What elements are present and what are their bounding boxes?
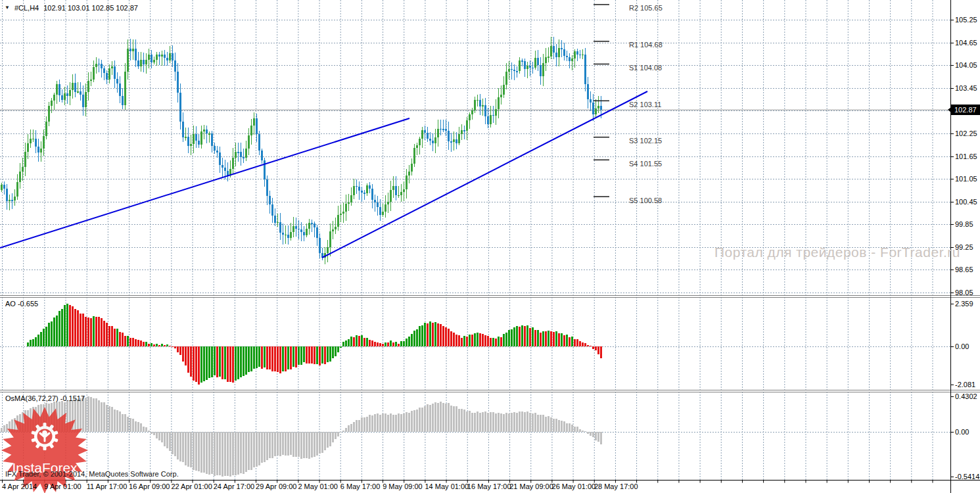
time-axis-label: 22 Apr 01:00 — [171, 482, 212, 490]
osma-indicator-label: OsMA(36,72,27) -0.1517 — [5, 394, 85, 402]
symbol-dropdown-icon[interactable]: ▼ — [5, 5, 10, 11]
time-axis-label: 16 May 17:00 — [467, 482, 511, 490]
trendline[interactable] — [0, 118, 409, 248]
time-axis-label: 29 Apr 09:00 — [256, 482, 296, 490]
time-axis[interactable]: 4 Apr 20149 Apr 01:0011 Apr 17:0016 Apr … — [0, 482, 950, 493]
time-axis-label: 16 Apr 09:00 — [129, 482, 170, 490]
time-axis-label: 6 May 17:00 — [340, 482, 381, 490]
ao-indicator-label: AO -0.655 — [5, 300, 38, 308]
axis-tick-label: 99.85 — [955, 220, 973, 228]
axis-tick-label: 99.25 — [955, 243, 973, 251]
pivot-label: R1 104.68 — [629, 41, 663, 49]
axis-tick-label: 102.25 — [955, 129, 977, 137]
pivot-label: S1 104.08 — [629, 64, 662, 72]
fortrader-watermark: Портал для трейдеров - ForTrader.ru — [714, 245, 960, 260]
time-axis-label: 14 May 01:00 — [425, 482, 469, 490]
pivot-label: S5 100.58 — [629, 197, 662, 204]
time-axis-label: 21 May 09:00 — [509, 482, 553, 490]
pivot-levels — [594, 5, 609, 197]
time-axis-label: 9 Apr 01:00 — [44, 482, 81, 490]
axis-tick-label: 0.00 — [955, 428, 969, 436]
ao-histogram — [27, 304, 602, 385]
axis-tick-label: 101.05 — [955, 175, 977, 183]
pivot-label: S2 103.11 — [629, 101, 661, 108]
axis-tick-label: -0.5414 — [955, 473, 979, 481]
osma-histogram — [1, 396, 602, 477]
axis-tick-label: 98.65 — [955, 266, 973, 273]
axis-tick-label: -2.081 — [955, 381, 975, 388]
mt4-chart-window: ▼ #CL,H4 102.91 103.01 102.85 102.87 AO … — [0, 0, 980, 493]
gridlines — [0, 0, 950, 480]
time-axis-label: 28 May 17:00 — [594, 482, 638, 490]
time-axis-label: 4 Apr 2014 — [2, 482, 37, 490]
pivot-label: S4 101.55 — [629, 160, 662, 168]
axis-tick-label: 105.25 — [955, 16, 977, 24]
time-axis-label: 11 Apr 17:00 — [87, 482, 128, 490]
axis-tick-label: 104.65 — [955, 39, 977, 47]
axis-tick-label: 101.65 — [955, 153, 977, 160]
current-price-badge: 102.87 — [951, 105, 980, 115]
pivot-label: S3 102.15 — [629, 137, 662, 145]
axis-tick-label: 98.05 — [955, 289, 973, 296]
pivot-label: R2 105.65 — [629, 4, 663, 12]
axis-tick-label: 0.4302 — [955, 392, 977, 400]
symbol-period-label: #CL,H4 — [14, 4, 39, 12]
axis-tick-label: 0.00 — [955, 342, 969, 350]
axis-tick-label: 103.45 — [955, 84, 977, 92]
time-axis-label: 9 May 09:00 — [383, 482, 423, 490]
time-axis-label: 24 Apr 17:00 — [214, 482, 254, 490]
copyright-label: IFX Trader, © 2001-2014, MetaQuotes Soft… — [5, 470, 179, 478]
axis-tick-label: 100.45 — [955, 198, 977, 206]
time-axis-label: 26 May 01:00 — [552, 482, 596, 490]
axis-tick-label: 2.359 — [955, 300, 973, 308]
candles-layer — [1, 37, 602, 264]
time-axis-label: 2 May 01:00 — [298, 482, 338, 490]
chart-header: ▼ #CL,H4 102.91 103.01 102.85 102.87 — [5, 4, 138, 12]
axis-tick-label: 104.05 — [955, 61, 977, 69]
instaforex-logo: InstaForex — [0, 406, 89, 493]
ohlc-values: 102.91 103.01 102.85 102.87 — [43, 4, 138, 12]
